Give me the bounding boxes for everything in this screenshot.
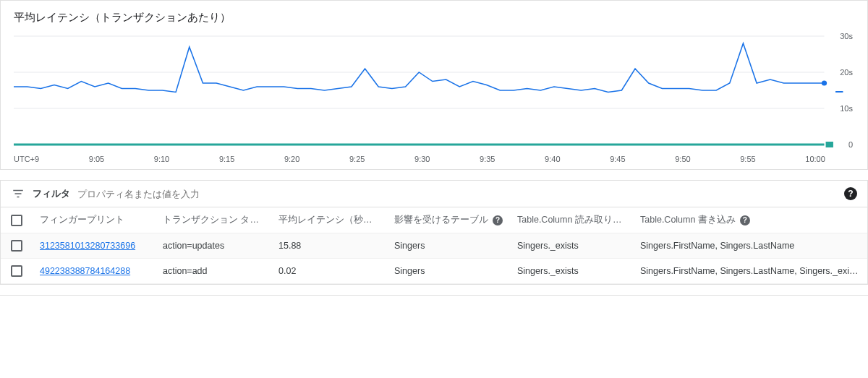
- cell-tag: action=add: [156, 259, 271, 284]
- x-tick: 9:55: [740, 155, 755, 163]
- chart-svg: [14, 29, 854, 152]
- cell-write: Singers.FirstName, Singers.LastName: [633, 233, 867, 259]
- header-affected-tables[interactable]: 影響を受けるテーブル?: [387, 207, 510, 233]
- help-icon[interactable]: ?: [263, 215, 271, 225]
- x-axis: UTC+9 9:05 9:10 9:15 9:20 9:25 9:30 9:35…: [14, 155, 854, 163]
- help-icon[interactable]: ?: [844, 187, 857, 200]
- x-tick: 9:15: [219, 155, 234, 163]
- help-icon[interactable]: ?: [740, 215, 750, 225]
- x-tick: 9:30: [414, 155, 430, 163]
- baseline-end-marker: [826, 142, 833, 147]
- x-tick: UTC+9: [14, 155, 39, 163]
- x-tick: 9:45: [610, 155, 625, 163]
- header-write-label: Table.Column 書き込み: [640, 215, 736, 225]
- x-tick: 9:50: [675, 155, 690, 163]
- header-checkbox-cell: [1, 207, 33, 233]
- cell-affected: Singers: [387, 233, 510, 259]
- header-write[interactable]: Table.Column 書き込み?: [633, 207, 867, 233]
- cell-affected: Singers: [387, 259, 510, 284]
- header-fingerprint-label: フィンガープリント: [40, 215, 124, 225]
- x-tick: 9:05: [89, 155, 104, 163]
- row-checkbox[interactable]: [11, 240, 22, 252]
- x-tick: 9:20: [284, 155, 299, 163]
- filter-row: フィルタ ?: [1, 181, 867, 207]
- x-tick: 9:25: [349, 155, 365, 163]
- filter-input[interactable]: [77, 189, 837, 199]
- row-checkbox[interactable]: [11, 265, 22, 277]
- table-row[interactable]: 492238388784164288 action=add 0.02 Singe…: [1, 259, 867, 284]
- help-icon[interactable]: ?: [377, 215, 387, 225]
- header-fingerprint[interactable]: フィンガープリント: [33, 207, 156, 233]
- cell-read: Singers._exists: [510, 233, 633, 259]
- header-latency[interactable]: 平均レイテンシ（秒）?: [271, 207, 387, 233]
- cell-latency: 0.02: [271, 259, 387, 284]
- table-row[interactable]: 3123581013280733696 action=updates 15.88…: [1, 233, 867, 259]
- select-all-checkbox[interactable]: [11, 215, 22, 226]
- help-icon[interactable]: ?: [493, 215, 503, 225]
- transactions-table: フィンガープリント トランザクション タグ? 平均レイテンシ（秒）? 影響を受け…: [1, 207, 867, 284]
- chart-area: 30s 20s 10s 0: [14, 29, 854, 152]
- x-tick: 9:40: [545, 155, 560, 163]
- table-header-row: フィンガープリント トランザクション タグ? 平均レイテンシ（秒）? 影響を受け…: [1, 207, 867, 233]
- header-read-label: Table.Column 読み取り: [517, 215, 621, 225]
- fingerprint-link[interactable]: 3123581013280733696: [40, 241, 135, 251]
- x-tick: 9:35: [480, 155, 495, 163]
- filter-label: フィルタ: [33, 187, 70, 200]
- header-affected-label: 影響を受けるテーブル: [394, 215, 488, 225]
- transactions-table-card: フィルタ ? フィンガープリント トランザクション タグ? 平均レイテンシ（秒）…: [0, 180, 868, 285]
- chart-title: 平均レイテンシ（トランザクションあたり）: [14, 11, 854, 25]
- y-tick-20s: 20s: [840, 68, 853, 77]
- cell-latency: 15.88: [271, 233, 387, 259]
- filter-icon[interactable]: [11, 186, 25, 201]
- latency-end-point[interactable]: [822, 81, 827, 86]
- header-tag[interactable]: トランザクション タグ?: [156, 207, 271, 233]
- y-tick-30s: 30s: [840, 32, 853, 40]
- y-tick-10s: 10s: [840, 104, 853, 113]
- cell-tag: action=updates: [156, 233, 271, 259]
- x-tick: 10:00: [805, 155, 825, 163]
- header-read[interactable]: Table.Column 読み取り?: [510, 207, 633, 233]
- cell-read: Singers._exists: [510, 259, 633, 284]
- y-tick-0: 0: [848, 140, 853, 149]
- cell-write: Singers.FirstName, Singers.LastName, Sin…: [633, 259, 867, 284]
- latency-chart-card: 平均レイテンシ（トランザクションあたり） 30s 20s 10s 0 UTC+9…: [0, 0, 868, 170]
- footer-divider: [0, 295, 868, 296]
- header-latency-label: 平均レイテンシ（秒）: [278, 215, 373, 225]
- fingerprint-link[interactable]: 492238388784164288: [40, 266, 130, 276]
- x-tick: 9:10: [154, 155, 169, 163]
- header-tag-label: トランザクション タグ: [163, 215, 259, 225]
- latency-line[interactable]: [14, 43, 825, 93]
